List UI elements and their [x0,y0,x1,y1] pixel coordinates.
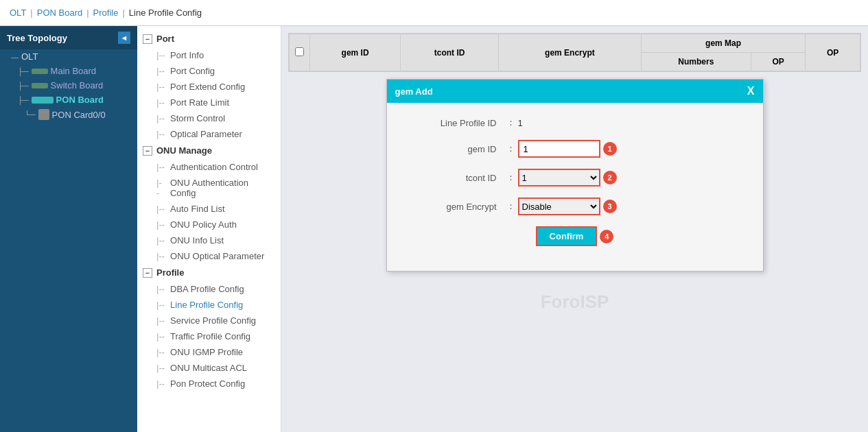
onu-manage-section-label: ONU Manage [156,145,212,156]
sep2: | [86,8,89,18]
profile-collapse-btn[interactable]: − [143,268,152,278]
gem-table: gem ID tcont ID gem Encrypt gem Map OP N… [289,34,860,71]
modal-close-button[interactable]: X [747,85,755,97]
breadcrumb-line-profile-config: Line Profile Config [129,8,202,18]
sep1: | [30,8,32,18]
breadcrumb: OLT | PON Board | Profile | Line Profile… [0,0,868,26]
port-items: |--Port Info |--Port Config |--Port Exte… [137,47,281,142]
gem-encrypt-label: gem Encrypt [408,202,504,212]
pon-card-icon [38,109,49,120]
nav-item-port-info[interactable]: |--Port Info [137,47,281,63]
table-header-gem-map-numbers: Numbers [641,53,751,71]
sidebar-item-switch-board[interactable]: ├─ Switch Board [0,78,137,93]
tcont-id-label: tcont ID [408,173,504,183]
nav-item-onu-multicast-acl[interactable]: |--ONU Multicast ACL [137,360,281,376]
nav-item-service-profile-config[interactable]: |--Service Profile Config [137,313,281,328]
nav-item-pon-protect-config[interactable]: |--Pon Protect Config [137,376,281,392]
step-4-badge: 4 [600,230,613,243]
nav-section-port[interactable]: − Port [137,30,281,47]
onu-manage-collapse-btn[interactable]: − [143,146,152,156]
nav-item-onu-igmp-profile[interactable]: |--ONU IGMP Profile [137,344,281,360]
nav-item-optical-parameter[interactable]: |--Optical Parameter [137,126,281,142]
switch-board-icon [32,83,48,88]
gem-encrypt-select[interactable]: Disable Enable [518,197,600,215]
breadcrumb-pon-board[interactable]: PON Board [37,8,82,18]
sidebar-title: Tree Topology ◄ [0,26,137,49]
nav-item-line-profile-config[interactable]: |--Line Profile Config [137,297,281,313]
nav-item-auto-find-list[interactable]: |--Auto Find List [137,201,281,217]
nav-section-onu-manage[interactable]: − ONU Manage [137,142,281,159]
nav-item-onu-info-list[interactable]: |--ONU Info List [137,232,281,248]
onu-manage-items: |--Authentication Control |--ONU Authent… [137,159,281,264]
tree-line-pon: ├─ [18,96,29,104]
main-view: gem ID tcont ID gem Encrypt gem Map OP N… [281,26,868,432]
modal-header: gem Add X [387,80,763,103]
tree-line-poncard: └─ [25,110,36,119]
tree-line-main: ├─ [18,67,29,75]
modal-overlay: gem Add X Line Profile ID ： 1 gem ID [288,79,861,320]
watermark-text: ForoISP [541,291,609,313]
table-header-op: OP [806,34,860,71]
profile-items: |--DBA Profile Config |--Line Profile Co… [137,281,281,392]
port-collapse-btn[interactable]: − [143,34,152,44]
profile-section-label: Profile [156,267,184,278]
table-header-checkbox [290,34,310,71]
nav-item-port-extend-config[interactable]: |--Port Extend Config [137,79,281,95]
olt-label: OLT [21,51,38,62]
pon-card-label: PON Card0/0 [52,110,106,120]
sidebar-item-pon-card[interactable]: └─ PON Card0/0 [0,107,137,122]
modal-row-gem-id: gem ID ： 1 [408,140,742,158]
switch-board-label: Switch Board [51,80,104,91]
tree-line-switch: ├─ [18,82,29,90]
modal-row-gem-encrypt: gem Encrypt ： Disable Enable 3 [408,197,742,215]
pon-board-label: PON Board [56,95,104,105]
step-1-badge: 1 [603,142,617,156]
select-all-checkbox[interactable] [295,47,304,56]
modal-row-confirm: Confirm 4 [408,226,742,246]
nav-item-authentication-control[interactable]: |--Authentication Control [137,159,281,175]
line-profile-id-value: 1 [518,118,523,128]
table-header-gem-encrypt: gem Encrypt [499,34,642,71]
gem-table-container: gem ID tcont ID gem Encrypt gem Map OP N… [288,33,861,72]
gem-id-label: gem ID [408,144,504,154]
table-header-gem-map-op: OP [751,53,806,71]
table-header-gem-id: gem ID [310,34,401,71]
breadcrumb-olt[interactable]: OLT [10,8,26,18]
nav-item-traffic-profile-config[interactable]: |--Traffic Profile Config [137,328,281,344]
modal-row-tcont-id: tcont ID ： 1 2 [408,169,742,187]
pon-board-icon [32,97,54,104]
sidebar: Tree Topology ◄ — OLT ├─ Main Board ├─ S… [0,26,137,432]
sidebar-title-text: Tree Topology [7,33,67,43]
nav-item-onu-policy-auth[interactable]: |--ONU Policy Auth [137,217,281,232]
nav-item-onu-optical-parameter[interactable]: |--ONU Optical Parameter [137,248,281,264]
confirm-button[interactable]: Confirm [536,226,598,246]
watermark-container: ForoISP [288,278,861,320]
gem-add-modal: gem Add X Line Profile ID ： 1 gem ID [386,79,764,272]
step-2-badge: 2 [603,171,617,184]
minus-icon: — [11,53,19,61]
main-board-label: Main Board [51,66,96,76]
table-header-tcont-id: tcont ID [401,34,499,71]
sidebar-collapse-button[interactable]: ◄ [118,32,130,44]
breadcrumb-profile[interactable]: Profile [93,8,119,18]
nav-panel: − Port |--Port Info |--Port Config |--Po… [137,26,281,432]
nav-item-onu-auth-config[interactable]: |--ONU Authentication Config [137,175,281,201]
gem-id-input[interactable] [518,140,600,158]
sidebar-item-pon-board[interactable]: ├─ PON Board [0,93,137,107]
modal-row-line-profile-id: Line Profile ID ： 1 [408,117,742,129]
nav-item-storm-control[interactable]: |--Storm Control [137,110,281,126]
tcont-id-select[interactable]: 1 [518,169,600,187]
sidebar-item-olt[interactable]: — OLT [0,49,137,64]
line-profile-id-label: Line Profile ID [408,118,504,128]
step-3-badge: 3 [603,200,617,213]
nav-item-port-rate-limit[interactable]: |--Port Rate Limit [137,95,281,110]
nav-section-profile[interactable]: − Profile [137,264,281,281]
main-board-icon [32,69,48,74]
nav-item-dba-profile-config[interactable]: |--DBA Profile Config [137,281,281,297]
table-header-gem-map: gem Map [641,34,806,53]
sidebar-item-main-board[interactable]: ├─ Main Board [0,64,137,78]
modal-body: Line Profile ID ： 1 gem ID ： 1 [387,103,763,271]
sep3: | [122,8,124,18]
nav-item-port-config[interactable]: |--Port Config [137,63,281,79]
port-section-label: Port [156,34,174,44]
